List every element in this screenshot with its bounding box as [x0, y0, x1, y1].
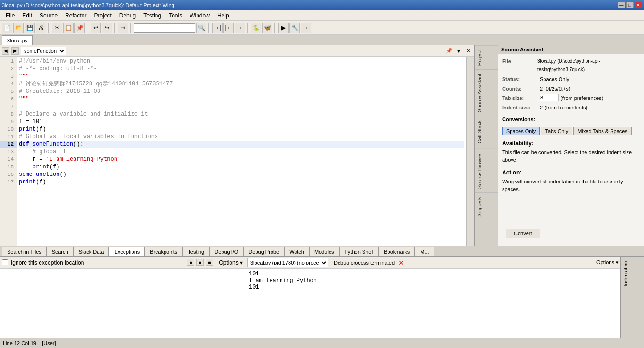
copy-button[interactable]: 📋: [63, 23, 74, 33]
code-line-16: someFunction(): [19, 171, 464, 178]
goto-def-button[interactable]: ↔: [235, 23, 245, 33]
menu-project[interactable]: Project: [90, 11, 115, 20]
debug-close-icon: ✕: [398, 259, 404, 266]
indent-right-button[interactable]: →|: [212, 23, 223, 33]
bottom-tab-debug-probe[interactable]: Debug Probe: [243, 247, 284, 256]
indent-button[interactable]: ⇥: [118, 23, 128, 33]
bottom-right-tabs: Indentation: [620, 257, 644, 338]
bottom-tab-breakpoints[interactable]: Breakpoints: [145, 247, 182, 256]
exceptions-toolbar: Ignore this exception location ■ ■ ■ Opt…: [0, 257, 245, 269]
action-section: Action: Wing will convert all indentatio…: [498, 166, 644, 196]
print-button[interactable]: 🖨: [36, 23, 46, 33]
line-num-15: 15: [0, 163, 17, 171]
indent-tab-tabs-only[interactable]: Tabs Only: [541, 127, 572, 135]
exc-btn-3[interactable]: ■: [206, 259, 213, 266]
exc-btn-2[interactable]: ■: [196, 259, 204, 266]
right-panel: Source Assistant File: 3local.py (D:\cod…: [498, 45, 644, 246]
menu-testing[interactable]: Testing: [140, 11, 165, 20]
close-button[interactable]: ✕: [635, 2, 642, 8]
conversions-label: Conversions:: [498, 116, 644, 123]
indent-tab-mixed[interactable]: Mixed Tabs & Spaces: [573, 127, 632, 135]
bottom-tab-exceptions[interactable]: Exceptions: [109, 247, 145, 256]
redo-button[interactable]: ↪: [102, 23, 112, 33]
line-num-13: 13: [0, 148, 17, 156]
code-line-10: print(f): [19, 125, 464, 133]
debug-button[interactable]: 🔧: [289, 23, 300, 33]
action-text: Wing will convert all indentation in the…: [502, 178, 640, 193]
bottom-tab-watch[interactable]: Watch: [284, 247, 309, 256]
bottom-tab-more[interactable]: M...: [415, 247, 434, 256]
menu-file[interactable]: File: [2, 11, 18, 20]
ignore-exception-checkbox[interactable]: [2, 259, 8, 265]
line-num-12: 12: [0, 141, 17, 148]
down-icon[interactable]: ▼: [455, 47, 462, 55]
code-line-3: """: [19, 73, 464, 80]
side-tab-source-browser[interactable]: Source Browser: [475, 148, 498, 192]
bottom-tab-search-in-files[interactable]: Search in Files: [2, 247, 47, 256]
bottom-tab-search[interactable]: Search: [47, 247, 74, 256]
run-button[interactable]: ▶: [278, 23, 289, 33]
menu-window[interactable]: Window: [186, 11, 214, 20]
bottom-tab-python-shell[interactable]: Python Shell: [339, 247, 379, 256]
tab-size-input[interactable]: [540, 94, 559, 101]
code-area: 1 2 3 4 5 6 7 8 9 10 11 12 13 14 15 16 1…: [0, 57, 474, 246]
debug-options-label[interactable]: Options ▾: [596, 259, 619, 265]
code-content[interactable]: #!/usr/bin/env python # -*- coding: utf-…: [17, 57, 466, 246]
search-go-button[interactable]: 🔍: [196, 23, 206, 33]
cut-button[interactable]: ✂: [52, 23, 62, 33]
exc-options-label[interactable]: Options ▾: [219, 259, 243, 266]
nav-forward-button[interactable]: ▶: [11, 47, 19, 55]
side-tab-project[interactable]: Project: [475, 45, 498, 69]
nav-back-button[interactable]: ◀: [2, 47, 9, 55]
line-num-4: 4: [0, 80, 17, 88]
exc-btn-1[interactable]: ■: [187, 259, 194, 266]
side-tab-snippets[interactable]: Snippets: [475, 192, 498, 221]
side-tab-source-assistant[interactable]: Source Assistant: [475, 69, 498, 116]
title-bar: 3local.py (D:\code\python-api-tesing\pyt…: [0, 0, 644, 10]
bottom-tab-modules[interactable]: Modules: [309, 247, 339, 256]
step-button[interactable]: →: [301, 23, 311, 33]
menu-tools[interactable]: Tools: [165, 11, 186, 20]
vertical-scrollbar[interactable]: [466, 57, 474, 246]
menu-debug[interactable]: Debug: [116, 11, 140, 20]
close-editor-icon[interactable]: ✕: [464, 47, 472, 55]
paste-button[interactable]: 📌: [74, 23, 85, 33]
side-tab-indentation[interactable]: Indentation: [621, 257, 630, 290]
open-button[interactable]: 📂: [13, 23, 24, 33]
save-button[interactable]: 💾: [25, 23, 35, 33]
indent-left-button[interactable]: |←: [223, 23, 234, 33]
side-tab-call-stack[interactable]: Call Stack: [475, 116, 498, 148]
undo-button[interactable]: ↩: [91, 23, 101, 33]
line-num-3: 3: [0, 73, 17, 80]
code-line-8: # Declare a variable and initialize it: [19, 110, 464, 118]
editor-tab-3local[interactable]: 3local.py: [2, 35, 33, 45]
right-panel-header: Source Assistant: [498, 45, 644, 54]
process-dropdown[interactable]: 3local.py (pid 1780) (no proce: [247, 258, 328, 267]
pin-icon[interactable]: 📌: [446, 47, 453, 55]
debug-toolbar: 3local.py (pid 1780) (no proce Debug pro…: [245, 257, 620, 269]
toolbar-sep1: [48, 23, 50, 33]
code-line-9: f = 101: [19, 118, 464, 125]
bottom-tab-testing[interactable]: Testing: [182, 247, 209, 256]
search-input[interactable]: [134, 23, 195, 33]
availability-title: Availability:: [502, 140, 640, 147]
maximize-button[interactable]: □: [626, 2, 634, 8]
convert-button[interactable]: Convert: [506, 229, 540, 238]
editor-panel: ◀ ▶ someFunction 📌 ▼ ✕ 1 2 3 4 5 6 7 8: [0, 45, 474, 246]
code-line-7: [19, 103, 464, 110]
menu-help[interactable]: Help: [214, 11, 233, 20]
toolbar: 📄 📂 💾 🖨 ✂ 📋 📌 ↩ ↪ ⇥ 🔍 →| |← ↔ 🐍 🦋 ▶ 🔧 →: [0, 21, 644, 35]
minimize-button[interactable]: —: [618, 2, 625, 8]
bottom-tab-bookmarks[interactable]: Bookmarks: [379, 247, 415, 256]
menu-refactor[interactable]: Refactor: [61, 11, 90, 20]
bottom-tab-debug-io[interactable]: Debug I/O: [209, 247, 243, 256]
exceptions-content: [0, 269, 245, 338]
new-button[interactable]: 📄: [2, 23, 12, 33]
code-line-4: # 讨论钉钉免费群21745728 qq群144081101 567351477: [19, 80, 464, 88]
bottom-tab-stack-data[interactable]: Stack Data: [74, 247, 109, 256]
menu-edit[interactable]: Edit: [18, 11, 36, 20]
function-dropdown[interactable]: someFunction: [21, 47, 66, 55]
line-num-7: 7: [0, 103, 17, 110]
menu-source[interactable]: Source: [36, 11, 61, 20]
indent-tab-spaces-only[interactable]: Spaces Only: [502, 127, 540, 135]
